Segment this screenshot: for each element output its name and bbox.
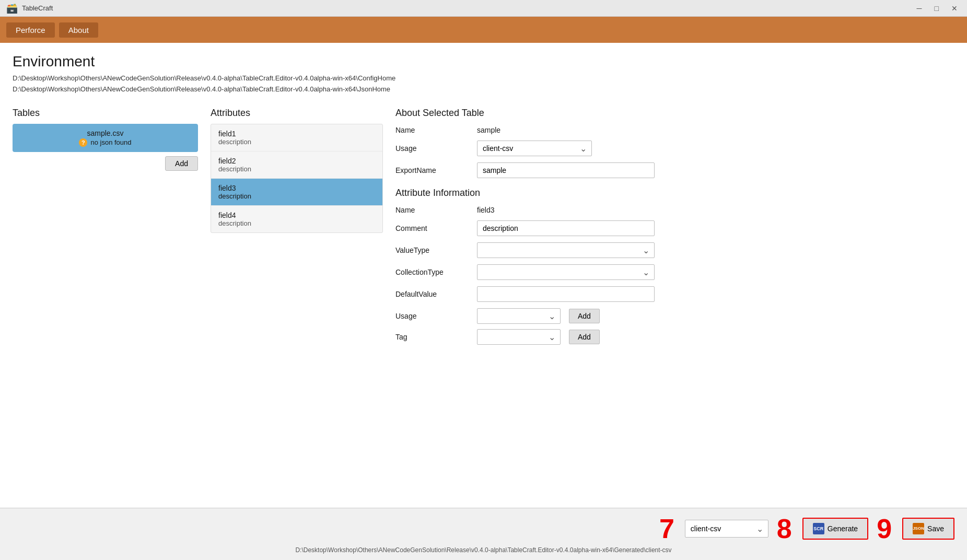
- info-column: About Selected Table Name sample Usage c…: [395, 108, 954, 352]
- attr-tag-add-button[interactable]: Add: [569, 330, 600, 344]
- warning-icon: ?: [79, 138, 87, 147]
- close-button[interactable]: ✕: [948, 3, 961, 14]
- attr-valuetype-select-wrapper: [477, 242, 655, 258]
- attr-comment-label: Comment: [395, 224, 469, 232]
- attr-usage-select[interactable]: [477, 308, 561, 324]
- attr-valuetype-row: ValueType: [395, 242, 954, 258]
- number-8-label: 8: [777, 515, 792, 542]
- about-table-section: About Selected Table Name sample Usage c…: [395, 108, 954, 178]
- bottom-bar: 7 client-csv 8 SCR Generate 9 JSON Save …: [0, 508, 967, 560]
- attr-defaultvalue-row: DefaultValue: [395, 286, 954, 302]
- attr-name-field1: field1: [218, 130, 375, 138]
- attr-name-label: Name: [395, 206, 469, 214]
- table-item[interactable]: sample.csv ? no json found: [13, 124, 198, 152]
- three-columns: Tables sample.csv ? no json found Add At…: [13, 108, 954, 352]
- attr-name-field2: field2: [218, 157, 375, 165]
- bottom-path: D:\Desktop\Workshop\Others\ANewCodeGenSo…: [0, 546, 967, 554]
- attributes-list: field1 description field2 description fi…: [211, 124, 383, 233]
- bottom-export-select-wrapper: client-csv: [685, 520, 768, 538]
- save-button[interactable]: JSON Save: [902, 518, 954, 540]
- attr-desc-field3: description: [218, 192, 375, 200]
- bottom-export-select[interactable]: client-csv: [685, 520, 768, 538]
- main-content: Environment D:\Desktop\Workshop\Others\A…: [0, 43, 967, 560]
- table-name-row: Name sample: [395, 126, 954, 134]
- attribute-item-field4[interactable]: field4 description: [211, 206, 382, 232]
- attr-usage-select-wrapper: [477, 308, 561, 324]
- generate-label: Generate: [828, 524, 858, 533]
- attr-defaultvalue-input[interactable]: [477, 286, 655, 302]
- attr-name-field3: field3: [218, 184, 375, 192]
- attr-name-row: Name field3: [395, 206, 954, 214]
- table-item-sub: ? no json found: [20, 138, 191, 147]
- script-icon: SCR: [813, 523, 824, 534]
- attr-collectiontype-row: CollectionType: [395, 264, 954, 280]
- attr-usage-label: Usage: [395, 312, 469, 320]
- about-table-title: About Selected Table: [395, 108, 954, 119]
- number-7-label: 7: [659, 515, 674, 542]
- attribute-item-field2[interactable]: field2 description: [211, 151, 382, 179]
- minimize-button[interactable]: ─: [914, 3, 925, 14]
- attribute-info-section: Attribute Information Name field3 Commen…: [395, 188, 954, 345]
- table-exportname-input[interactable]: [477, 162, 655, 178]
- attr-desc-field2: description: [218, 165, 375, 173]
- attributes-column: Attributes field1 description field2 des…: [211, 108, 383, 233]
- attr-tag-select[interactable]: [477, 329, 561, 345]
- save-label: Save: [927, 524, 944, 533]
- perforce-menu-button[interactable]: Perforce: [6, 22, 55, 38]
- table-name-value: sample: [477, 126, 500, 134]
- table-item-status: no json found: [90, 138, 131, 146]
- table-usage-label: Usage: [395, 144, 469, 153]
- attributes-section-title: Attributes: [211, 108, 383, 119]
- app-icon: 🗃️: [6, 3, 18, 14]
- attr-comment-row: Comment: [395, 220, 954, 236]
- menu-bar: Perforce About: [0, 17, 967, 43]
- attribute-item-field1[interactable]: field1 description: [211, 124, 382, 151]
- attr-usage-row: Usage Add: [395, 308, 954, 324]
- attr-name-display: field3: [477, 206, 494, 214]
- json-icon: JSON: [913, 523, 924, 534]
- table-exportname-label: ExportName: [395, 166, 469, 174]
- environment-title: Environment: [13, 53, 954, 70]
- attr-valuetype-select[interactable]: [477, 242, 655, 258]
- attribute-item-field3[interactable]: field3 description: [211, 179, 382, 206]
- environment-path1: D:\Desktop\Workshop\Others\ANewCodeGenSo…: [13, 73, 954, 84]
- title-bar: 🗃️ TableCraft ─ □ ✕: [0, 0, 967, 17]
- maximize-button[interactable]: □: [931, 3, 942, 14]
- attr-tag-label: Tag: [395, 333, 469, 341]
- table-item-name: sample.csv: [20, 129, 191, 137]
- attribute-info-title: Attribute Information: [395, 188, 954, 199]
- attr-name-field4: field4: [218, 211, 375, 219]
- title-bar-controls: ─ □ ✕: [914, 3, 961, 14]
- attr-collectiontype-select[interactable]: [477, 264, 655, 280]
- environment-section: Environment D:\Desktop\Workshop\Others\A…: [13, 53, 954, 95]
- attr-usage-add-button[interactable]: Add: [569, 309, 600, 323]
- about-menu-button[interactable]: About: [59, 22, 98, 38]
- attr-valuetype-label: ValueType: [395, 246, 469, 254]
- tables-section-title: Tables: [13, 108, 198, 119]
- bottom-controls: 7 client-csv 8 SCR Generate 9 JSON Save: [0, 515, 967, 542]
- environment-path2: D:\Desktop\Workshop\Others\ANewCodeGenSo…: [13, 84, 954, 95]
- attr-desc-field1: description: [218, 138, 375, 146]
- title-bar-left: 🗃️ TableCraft: [6, 3, 53, 14]
- app-title: TableCraft: [22, 4, 53, 12]
- table-usage-select[interactable]: client-csv: [477, 141, 592, 156]
- table-name-label: Name: [395, 126, 469, 134]
- table-usage-select-wrapper: client-csv: [477, 141, 592, 156]
- attr-desc-field4: description: [218, 219, 375, 227]
- generate-button[interactable]: SCR Generate: [802, 518, 868, 540]
- attr-tag-row: Tag Add: [395, 329, 954, 345]
- number-9-label: 9: [877, 515, 892, 542]
- tables-column: Tables sample.csv ? no json found Add: [13, 108, 198, 171]
- attr-comment-input[interactable]: [477, 220, 655, 236]
- add-table-button[interactable]: Add: [165, 156, 198, 171]
- attr-collectiontype-select-wrapper: [477, 264, 655, 280]
- attr-collectiontype-label: CollectionType: [395, 268, 469, 276]
- attr-tag-select-wrapper: [477, 329, 561, 345]
- table-exportname-row: ExportName: [395, 162, 954, 178]
- table-usage-row: Usage client-csv: [395, 141, 954, 156]
- attr-defaultvalue-label: DefaultValue: [395, 290, 469, 298]
